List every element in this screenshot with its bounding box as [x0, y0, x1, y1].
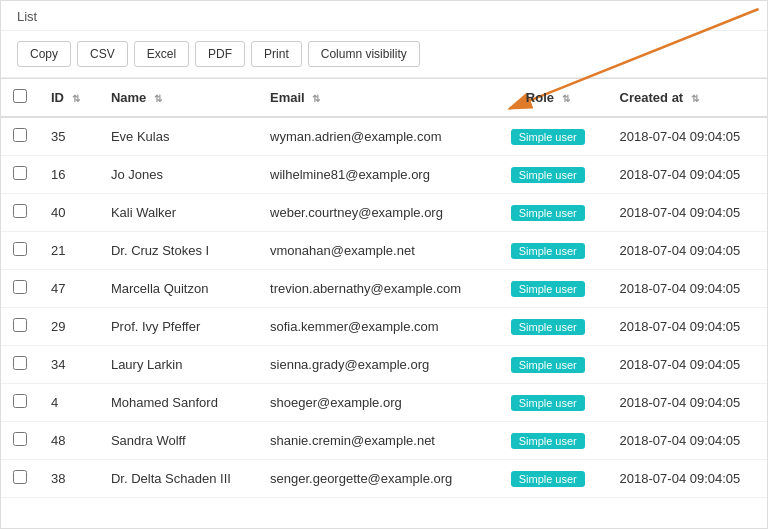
row-checkbox[interactable]	[13, 356, 27, 370]
table-row: 48 Sandra Wolff shanie.cremin@example.ne…	[1, 422, 767, 460]
pdf-button[interactable]: PDF	[195, 41, 245, 67]
row-created-at: 2018-07-04 09:04:05	[608, 232, 767, 270]
row-role: Simple user	[488, 346, 608, 384]
row-checkbox[interactable]	[13, 280, 27, 294]
row-checkbox-cell[interactable]	[1, 460, 39, 498]
row-id: 34	[39, 346, 99, 384]
row-id: 47	[39, 270, 99, 308]
row-created-at: 2018-07-04 09:04:05	[608, 422, 767, 460]
row-id: 16	[39, 156, 99, 194]
col-header-name[interactable]: Name ⇅	[99, 79, 258, 118]
row-role: Simple user	[488, 156, 608, 194]
row-name: Eve Kulas	[99, 117, 258, 156]
row-role: Simple user	[488, 194, 608, 232]
role-badge: Simple user	[511, 129, 585, 145]
col-header-created-at[interactable]: Created at ⇅	[608, 79, 767, 118]
select-all-header[interactable]	[1, 79, 39, 118]
row-created-at: 2018-07-04 09:04:05	[608, 194, 767, 232]
copy-button[interactable]: Copy	[17, 41, 71, 67]
row-email: sofia.kemmer@example.com	[258, 308, 488, 346]
row-name: Sandra Wolff	[99, 422, 258, 460]
row-email: wyman.adrien@example.com	[258, 117, 488, 156]
row-name: Marcella Quitzon	[99, 270, 258, 308]
col-header-role[interactable]: Role ⇅	[488, 79, 608, 118]
page-wrapper: List Copy CSV Excel PDF Print Column vis…	[0, 0, 768, 529]
row-name: Prof. Ivy Pfeffer	[99, 308, 258, 346]
row-id: 29	[39, 308, 99, 346]
table-row: 29 Prof. Ivy Pfeffer sofia.kemmer@exampl…	[1, 308, 767, 346]
row-role: Simple user	[488, 270, 608, 308]
row-created-at: 2018-07-04 09:04:05	[608, 117, 767, 156]
row-checkbox[interactable]	[13, 318, 27, 332]
table-header-row: ID ⇅ Name ⇅ Email ⇅ Role ⇅ Created at	[1, 79, 767, 118]
toolbar: Copy CSV Excel PDF Print Column visibili…	[1, 31, 767, 78]
table-row: 16 Jo Jones wilhelmine81@example.org Sim…	[1, 156, 767, 194]
row-checkbox-cell[interactable]	[1, 308, 39, 346]
row-role: Simple user	[488, 117, 608, 156]
role-badge: Simple user	[511, 243, 585, 259]
row-checkbox-cell[interactable]	[1, 422, 39, 460]
row-checkbox-cell[interactable]	[1, 194, 39, 232]
row-checkbox-cell[interactable]	[1, 232, 39, 270]
row-email: vmonahan@example.net	[258, 232, 488, 270]
role-badge: Simple user	[511, 205, 585, 221]
row-id: 4	[39, 384, 99, 422]
row-checkbox-cell[interactable]	[1, 384, 39, 422]
role-badge: Simple user	[511, 357, 585, 373]
row-checkbox-cell[interactable]	[1, 346, 39, 384]
row-created-at: 2018-07-04 09:04:05	[608, 270, 767, 308]
row-checkbox[interactable]	[13, 128, 27, 142]
role-badge: Simple user	[511, 433, 585, 449]
row-role: Simple user	[488, 384, 608, 422]
row-name: Laury Larkin	[99, 346, 258, 384]
col-header-email[interactable]: Email ⇅	[258, 79, 488, 118]
row-role: Simple user	[488, 460, 608, 498]
row-checkbox-cell[interactable]	[1, 156, 39, 194]
row-id: 21	[39, 232, 99, 270]
row-name: Mohamed Sanford	[99, 384, 258, 422]
role-badge: Simple user	[511, 395, 585, 411]
row-checkbox[interactable]	[13, 166, 27, 180]
row-created-at: 2018-07-04 09:04:05	[608, 346, 767, 384]
row-checkbox[interactable]	[13, 394, 27, 408]
row-checkbox[interactable]	[13, 204, 27, 218]
row-created-at: 2018-07-04 09:04:05	[608, 384, 767, 422]
row-email: sienna.grady@example.org	[258, 346, 488, 384]
row-checkbox-cell[interactable]	[1, 117, 39, 156]
row-checkbox[interactable]	[13, 242, 27, 256]
sort-icon-role: ⇅	[562, 93, 570, 104]
row-name: Dr. Cruz Stokes I	[99, 232, 258, 270]
sort-icon-name: ⇅	[154, 93, 162, 104]
row-email: weber.courtney@example.org	[258, 194, 488, 232]
table-body: 35 Eve Kulas wyman.adrien@example.com Si…	[1, 117, 767, 498]
csv-button[interactable]: CSV	[77, 41, 128, 67]
col-header-id[interactable]: ID ⇅	[39, 79, 99, 118]
row-name: Dr. Delta Schaden III	[99, 460, 258, 498]
row-name: Jo Jones	[99, 156, 258, 194]
row-role: Simple user	[488, 422, 608, 460]
table-row: 35 Eve Kulas wyman.adrien@example.com Si…	[1, 117, 767, 156]
row-id: 35	[39, 117, 99, 156]
select-all-checkbox[interactable]	[13, 89, 27, 103]
role-badge: Simple user	[511, 319, 585, 335]
row-created-at: 2018-07-04 09:04:05	[608, 308, 767, 346]
column-visibility-button[interactable]: Column visibility	[308, 41, 420, 67]
row-id: 40	[39, 194, 99, 232]
data-table: ID ⇅ Name ⇅ Email ⇅ Role ⇅ Created at	[1, 78, 767, 498]
table-row: 21 Dr. Cruz Stokes I vmonahan@example.ne…	[1, 232, 767, 270]
table-row: 47 Marcella Quitzon trevion.abernathy@ex…	[1, 270, 767, 308]
excel-button[interactable]: Excel	[134, 41, 189, 67]
row-checkbox[interactable]	[13, 432, 27, 446]
row-role: Simple user	[488, 232, 608, 270]
sort-icon-created: ⇅	[691, 93, 699, 104]
print-button[interactable]: Print	[251, 41, 302, 67]
row-name: Kali Walker	[99, 194, 258, 232]
row-email: trevion.abernathy@example.com	[258, 270, 488, 308]
role-badge: Simple user	[511, 281, 585, 297]
row-email: senger.georgette@example.org	[258, 460, 488, 498]
table-row: 38 Dr. Delta Schaden III senger.georgett…	[1, 460, 767, 498]
row-checkbox[interactable]	[13, 470, 27, 484]
table-row: 4 Mohamed Sanford shoeger@example.org Si…	[1, 384, 767, 422]
row-checkbox-cell[interactable]	[1, 270, 39, 308]
row-email: shanie.cremin@example.net	[258, 422, 488, 460]
